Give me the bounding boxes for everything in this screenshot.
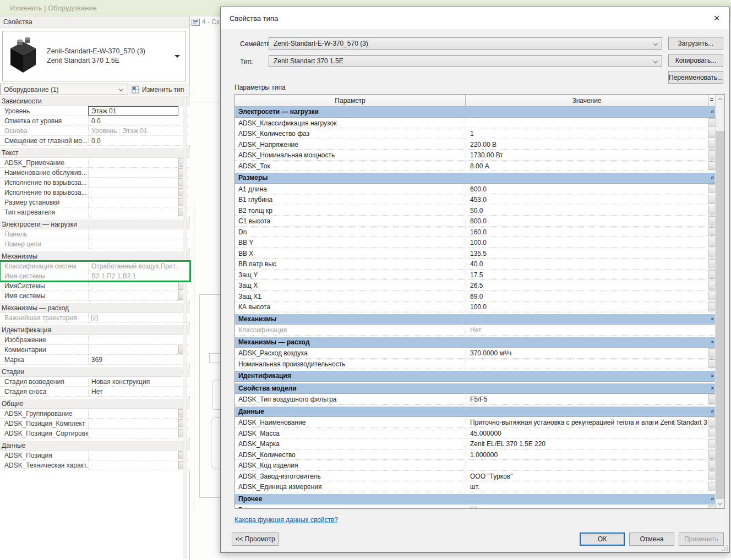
property-value[interactable] [88,409,178,418]
dialog-titlebar[interactable]: Свойства типа × [221,7,729,29]
type-selector[interactable]: Zenit-Standart-E-W-370_570 (3) Zenit Sta… [2,31,186,81]
parameter-value[interactable] [466,359,708,369]
property-value[interactable] [88,158,178,167]
parameter-value[interactable]: 600.0 [466,184,708,194]
collapse-chevron-up-icon[interactable]: « [710,176,715,179]
table-section-header[interactable]: Идентификация« [235,371,716,382]
palette-section-header[interactable]: Данные« [0,441,190,451]
palette-section-header[interactable]: Электросети — нагрузки« [0,219,190,229]
property-value[interactable] [88,345,178,354]
property-value[interactable]: 369 [88,355,178,364]
parameter-value[interactable] [466,118,708,128]
property-value[interactable]: 0.0 [88,116,178,125]
parameter-value[interactable]: Zenit EL/EL 370 1.5E 220 [466,438,708,449]
edit-type-button[interactable]: Изменить тип [128,84,190,95]
palette-section-header[interactable]: Механизмы — расход« [0,303,190,313]
type-selector-dropdown-icon[interactable] [174,55,180,58]
table-section-header[interactable]: Прочее« [235,494,716,505]
property-value[interactable]: Отработанный воздух,Прит... [88,261,178,271]
parameter-value[interactable]: 453.0 [466,194,708,205]
collapse-chevron-up-icon[interactable]: « [710,497,715,501]
load-button[interactable]: Загрузить... [668,37,723,50]
parameter-value[interactable]: 135.5 [466,248,708,259]
checkbox-checked[interactable]: ✓ [470,507,477,509]
property-value[interactable]: 0.0 [88,136,178,145]
ribbon-contextual-tab[interactable]: Изменить | Оборудование [10,4,97,12]
table-section-header[interactable]: Данные« [235,407,716,418]
palette-section-header[interactable]: Общие« [0,399,190,409]
parameter-value[interactable]: 40.0 [466,259,708,269]
param-column-header[interactable]: Параметр [235,95,466,107]
ok-button[interactable]: ОК [580,532,625,546]
parameter-value[interactable]: 800.0 [466,216,708,226]
palette-section-header[interactable]: Механизмы« [0,251,190,261]
table-section-header[interactable]: Механизмы — расход« [235,337,716,348]
parameter-value[interactable] [466,460,708,470]
category-filter-combo[interactable]: Оборудование (1) [0,84,128,95]
apply-button[interactable]: Применить [679,532,724,546]
parameter-value[interactable]: 100.0 [466,237,708,248]
cancel-button[interactable]: Отмена [629,532,674,546]
parameter-value[interactable]: 17.5 [466,270,708,280]
parameter-value[interactable]: Приточно-вытяжная установка с рекупераци… [466,417,708,427]
type-combo[interactable]: Zenit Standart 370 1.5E [269,55,662,67]
collapse-chevron-up-icon[interactable]: « [710,410,715,413]
view-tab[interactable]: 4 - Сх [192,17,220,28]
property-value[interactable] [88,178,178,187]
close-icon[interactable]: × [710,11,724,25]
property-value[interactable]: ✓ [88,313,178,322]
parameter-value[interactable]: 1730.00 Вт [466,150,708,160]
table-section-header[interactable]: Размеры« [235,173,716,184]
property-value[interactable] [88,168,178,177]
parameter-value[interactable]: 1.000000 [466,449,708,460]
value-column-header[interactable]: Значение [466,95,708,107]
parameter-value[interactable]: 8.00 А [466,161,708,171]
collapse-chevron-down-icon[interactable]: « [710,374,715,377]
collapse-chevron-up-icon[interactable]: « [710,387,715,390]
property-value[interactable]: В2 1,П2 1,В2 1 [88,271,178,281]
collapse-chevron-up-icon[interactable]: « [710,110,715,113]
property-value[interactable]: Уровень : Этаж 01 [88,126,178,135]
parameter-value[interactable]: 69.0 [466,291,708,301]
resize-grip-icon[interactable] [722,545,728,551]
property-value[interactable] [88,291,178,300]
table-section-header[interactable]: Свойства модели« [235,383,716,394]
parameter-value[interactable]: 100.0 [466,301,708,312]
scroll-down-icon[interactable] [716,499,725,508]
preview-button[interactable]: << Просмотр [232,532,279,546]
family-combo[interactable]: Zenit-Standart-E-W-370_570 (3) [269,37,662,50]
parameter-value[interactable]: 220.00 В [466,139,708,150]
scrollbar-thumb[interactable] [716,131,724,499]
collapse-chevron-up-icon[interactable]: « [710,341,715,344]
property-value[interactable] [88,429,178,438]
rename-button[interactable]: Переименовать... [668,71,723,84]
property-value[interactable] [88,460,178,470]
property-value[interactable] [88,451,178,460]
checkbox-checked[interactable]: ✓ [91,315,98,321]
table-section-header[interactable]: Электросети — нагрузки« [235,107,716,118]
parameter-value[interactable]: шт. [466,481,708,492]
property-value[interactable] [88,207,178,217]
palette-section-header[interactable]: Зависимости« [0,96,190,106]
palette-scrollbar[interactable] [183,96,187,558]
property-value[interactable] [88,419,178,428]
parameter-value[interactable]: ✓ [466,504,708,509]
table-scrollbar[interactable] [715,95,724,508]
property-value[interactable] [88,239,178,249]
parameter-value[interactable]: 50.0 [466,205,708,216]
palette-section-header[interactable]: Стадии« [0,367,190,377]
collapse-chevron-up-icon[interactable]: « [710,317,715,321]
parameter-value[interactable]: ООО "Турков" [466,471,708,481]
parameter-value[interactable]: 45.000000 [466,428,708,438]
parameter-value[interactable]: Нет [466,325,708,335]
property-value[interactable]: Новая конструкция [88,377,178,386]
table-section-header[interactable]: Механизмы« [235,314,716,325]
property-value[interactable] [88,229,178,239]
property-value[interactable]: Этаж 01 [88,106,178,116]
scroll-up-icon[interactable] [716,95,725,104]
parameter-value[interactable]: F5/F5 [466,394,708,404]
property-value[interactable]: Нет [88,387,178,396]
help-link[interactable]: Какова функция данных свойств? [234,516,338,524]
palette-section-header[interactable]: Текст« [0,148,190,158]
copy-button[interactable]: Копировать... [668,54,723,67]
